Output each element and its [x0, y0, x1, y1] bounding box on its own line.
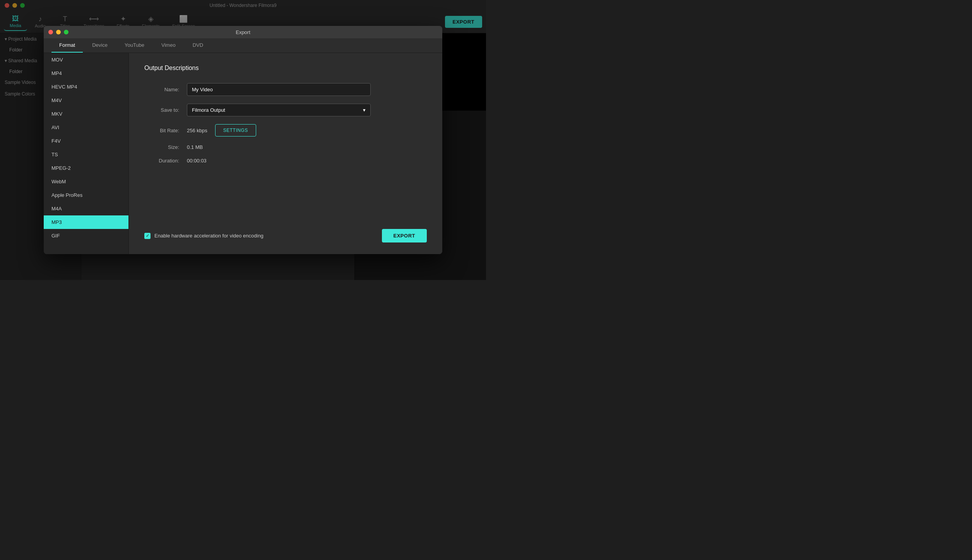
output-bitrate-value: 256 kbps	[187, 128, 207, 133]
format-ts[interactable]: TS	[44, 148, 128, 161]
modal-export-button[interactable]: EXPORT	[382, 229, 427, 242]
output-bitrate-row: Bit Rate: 256 kbps SETTINGS	[144, 124, 427, 137]
output-size-label: Size:	[144, 144, 179, 150]
output-duration-label: Duration:	[144, 158, 179, 164]
modal-overlay: Export Format Device YouTube Vimeo DVD M…	[0, 0, 486, 280]
output-name-input[interactable]	[187, 83, 371, 96]
output-saveto-value: Filmora Output	[192, 107, 225, 113]
modal-body: MOV MP4 HEVC MP4 M4V MKV AVI F4V TS MPEG…	[44, 53, 442, 254]
settings-button[interactable]: SETTINGS	[215, 124, 256, 137]
format-mp4[interactable]: MP4	[44, 67, 128, 80]
format-f4v[interactable]: F4V	[44, 134, 128, 148]
output-saveto-label: Save to:	[144, 107, 179, 113]
format-m4a[interactable]: M4A	[44, 202, 128, 215]
checkbox-check-icon: ✓	[146, 233, 149, 238]
output-name-label: Name:	[144, 87, 179, 92]
output-saveto-select[interactable]: Filmora Output ▾	[187, 104, 371, 116]
hw-acceleration-checkbox[interactable]: ✓ Enable hardware acceleration for video…	[144, 233, 264, 239]
format-mkv[interactable]: MKV	[44, 107, 128, 121]
format-mp3[interactable]: MP3	[44, 215, 128, 229]
modal-bottom-row: ✓ Enable hardware acceleration for video…	[144, 221, 427, 242]
format-webm[interactable]: WebM	[44, 175, 128, 188]
modal-minimize-button[interactable]	[56, 30, 61, 34]
tab-dvd[interactable]: DVD	[185, 38, 211, 53]
hw-acceleration-label: Enable hardware acceleration for video e…	[154, 233, 264, 239]
format-m4v[interactable]: M4V	[44, 94, 128, 107]
tab-youtube[interactable]: YouTube	[117, 38, 152, 53]
saveto-dropdown-icon: ▾	[363, 107, 366, 113]
modal-close-button[interactable]	[48, 30, 53, 34]
output-size-value: 0.1 MB	[187, 144, 203, 150]
tab-format[interactable]: Format	[51, 38, 83, 53]
output-bitrate-label: Bit Rate:	[144, 128, 179, 133]
format-hevc-mp4[interactable]: HEVC MP4	[44, 80, 128, 94]
tab-vimeo[interactable]: Vimeo	[154, 38, 183, 53]
output-duration-row: Duration: 00:00:03	[144, 158, 427, 164]
modal-zoom-button[interactable]	[64, 30, 68, 34]
output-section-title: Output Descriptions	[144, 65, 427, 72]
output-size-row: Size: 0.1 MB	[144, 144, 427, 150]
modal-window-controls	[48, 30, 68, 34]
output-panel: Output Descriptions Name: Save to: Filmo…	[129, 53, 442, 254]
format-apple-prores[interactable]: Apple ProRes	[44, 188, 128, 202]
modal-tabs: Format Device YouTube Vimeo DVD	[44, 38, 442, 53]
output-saveto-row: Save to: Filmora Output ▾	[144, 104, 427, 116]
format-list: MOV MP4 HEVC MP4 M4V MKV AVI F4V TS MPEG…	[44, 53, 129, 254]
output-duration-value: 00:00:03	[187, 158, 207, 164]
export-modal: Export Format Device YouTube Vimeo DVD M…	[44, 26, 442, 254]
modal-title: Export	[236, 29, 250, 35]
format-avi[interactable]: AVI	[44, 121, 128, 134]
modal-titlebar: Export	[44, 26, 442, 38]
output-name-row: Name:	[144, 83, 427, 96]
checkbox-box[interactable]: ✓	[144, 233, 151, 239]
tab-device[interactable]: Device	[84, 38, 115, 53]
format-mpeg2[interactable]: MPEG-2	[44, 161, 128, 175]
format-gif[interactable]: GIF	[44, 229, 128, 242]
format-mov[interactable]: MOV	[44, 53, 128, 67]
